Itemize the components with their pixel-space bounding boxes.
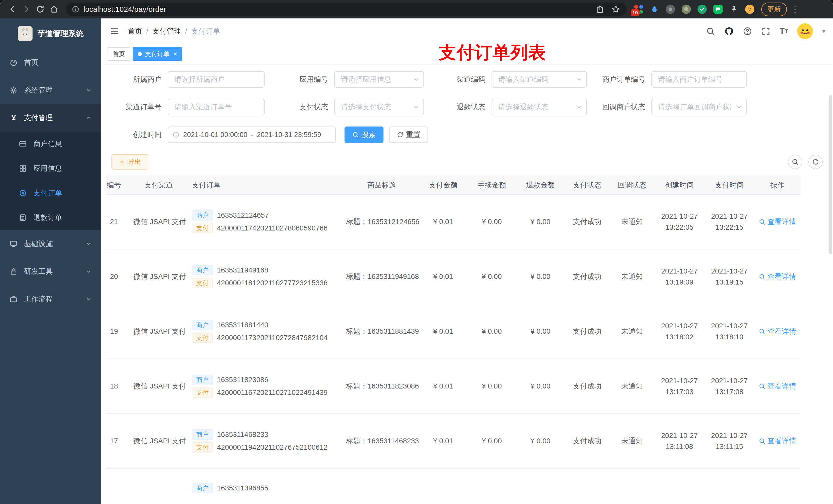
sidebar-item-payment[interactable]: ¥ 支付管理 [0, 104, 101, 131]
merchant-select[interactable] [168, 71, 265, 88]
chrome-update-button[interactable]: 更新 [761, 3, 787, 16]
view-detail-link[interactable]: 查看详情 [759, 436, 796, 446]
extension-gray-icon[interactable] [681, 4, 691, 14]
tab-home[interactable]: 首页 [108, 47, 130, 61]
search-button[interactable]: 搜索 [344, 126, 383, 143]
sidebar-item-infra[interactable]: 基础设施 [0, 230, 101, 258]
site-info-icon[interactable] [72, 5, 79, 13]
view-detail-link[interactable]: 查看详情 [759, 381, 796, 391]
card-icon [19, 140, 27, 148]
sidebar-item-pay-order[interactable]: 支付订单 [0, 181, 101, 206]
hamburger-icon[interactable] [109, 26, 120, 37]
sidebar-item-workflow[interactable]: 工作流程 [0, 285, 101, 313]
app-logo[interactable]: 芋道管理系统 [0, 19, 101, 49]
url-bar[interactable]: localhost:1024/pay/order [66, 3, 626, 16]
pay-channel: 微信 JSAPI 支付 [132, 414, 186, 469]
back-button[interactable] [6, 2, 20, 16]
pay-amount: ¥ 0.01 [419, 359, 468, 414]
bookmark-star-icon[interactable] [611, 5, 620, 14]
chrome-menu-icon[interactable]: ⋮ [791, 4, 799, 14]
extension-chat-icon[interactable] [713, 4, 723, 14]
extension-dark-icon[interactable] [665, 4, 675, 14]
product-title: 标题：1635311949168 [344, 249, 419, 304]
extension-colorful-icon[interactable]: 10 [634, 4, 643, 14]
merchant-tag: 商户 [192, 375, 213, 385]
sidebar-item-merchant-info[interactable]: 商户信息 [0, 131, 101, 156]
sidebar-item-home[interactable]: 首页 [0, 49, 101, 76]
table-row: 商户1635311396855 [106, 469, 801, 504]
extension-check-icon[interactable] [697, 4, 707, 14]
date-end: 2021-10-31 23:59:59 [257, 131, 321, 139]
product-title: 标题：1635311881439 [344, 304, 419, 359]
extension-drop-icon[interactable] [649, 4, 659, 14]
order-id: 17 [106, 414, 132, 469]
table-row: 21 微信 JSAPI 支付 商户1635312124657 支付4200001… [106, 194, 801, 249]
caret-down-icon[interactable]: ▾ [822, 28, 825, 35]
pay-status-select[interactable] [334, 99, 424, 115]
pay-tag: 支付 [192, 442, 213, 453]
refresh-table-button[interactable] [808, 155, 823, 169]
pay-channel: 微信 JSAPI 支付 [132, 249, 186, 304]
view-detail-link[interactable]: 查看详情 [759, 327, 796, 336]
pay-channel: 微信 JSAPI 支付 [132, 194, 186, 249]
fullscreen-icon[interactable] [761, 27, 770, 36]
close-icon[interactable]: × [173, 50, 177, 57]
profile-avatar-icon[interactable] [745, 4, 755, 14]
share-icon[interactable] [595, 5, 604, 14]
export-button[interactable]: 导出 [112, 154, 148, 170]
filter-label-pay-status: 支付状态 [265, 102, 334, 112]
pay-order-no: 4200001194202110276752100612 [217, 443, 328, 452]
channel-order-no-input[interactable] [168, 99, 265, 115]
merchant-tag: 商户 [192, 430, 213, 440]
order-id: 20 [106, 249, 132, 304]
refund-amount: ¥ 0.00 [516, 194, 565, 249]
channel-code-select[interactable] [492, 71, 587, 88]
order-id: 18 [106, 359, 132, 414]
pay-tag: 支付 [192, 333, 213, 343]
refresh-button[interactable] [33, 2, 47, 16]
create-time: 2021-10-2713:18:02 [654, 304, 705, 359]
filter-label-channel-code: 渠道编码 [424, 74, 492, 84]
refund-status-select[interactable] [492, 99, 587, 115]
app-title: 芋道管理系统 [38, 28, 84, 39]
merchant-order-no: 1635311396855 [217, 484, 268, 492]
sidebar-item-app-info[interactable]: 应用信息 [0, 156, 101, 181]
breadcrumb-home[interactable]: 首页 [128, 26, 142, 36]
merchant-order-no: 1635311823086 [217, 376, 268, 384]
notify-status: 未通知 [610, 414, 654, 469]
sidebar-item-refund-order[interactable]: 退款订单 [0, 206, 101, 230]
date-start: 2021-10-01 00:00:00 [183, 131, 247, 139]
sidebar: 芋道管理系统 首页 系统管理 ¥ 支付管理 [0, 19, 101, 504]
user-avatar[interactable] [797, 23, 813, 39]
table-row: 20 微信 JSAPI 支付 商户1635311949168 支付4200001… [106, 249, 801, 304]
chevron-down-icon [85, 296, 92, 303]
browser-chrome: localhost:1024/pay/order 10 [0, 0, 833, 19]
breadcrumb-payment[interactable]: 支付管理 [152, 26, 181, 36]
order-id: 19 [106, 304, 132, 359]
notify-status: 未通知 [610, 194, 654, 249]
sidebar-item-system[interactable]: 系统管理 [0, 76, 101, 104]
pin-icon[interactable] [729, 4, 739, 14]
notify-status-select[interactable] [651, 99, 747, 115]
fee-amount: ¥ 0.00 [468, 194, 516, 249]
view-detail-link[interactable]: 查看详情 [759, 272, 796, 282]
merchant-order-no-input[interactable] [651, 71, 747, 88]
sidebar-item-devtool[interactable]: 研发工具 [0, 258, 101, 285]
tab-pay-order[interactable]: 支付订单 × [133, 47, 182, 61]
reset-button[interactable]: 重置 [389, 126, 428, 143]
pay-tag: 支付 [192, 278, 213, 288]
create-time-range-picker[interactable]: 2021-10-01 00:00:00 - 2021-10-31 23:59:5… [168, 126, 336, 143]
font-size-icon[interactable]: TT [780, 26, 788, 36]
app-select[interactable] [334, 71, 424, 88]
home-button[interactable] [47, 2, 61, 16]
forward-button[interactable] [20, 2, 33, 16]
help-icon[interactable] [743, 27, 752, 36]
github-icon[interactable] [724, 27, 734, 36]
view-detail-link[interactable]: 查看详情 [759, 217, 796, 226]
pay-channel: 微信 JSAPI 支付 [132, 359, 186, 414]
page-scrollbar-thumb[interactable] [829, 95, 832, 254]
search-icon[interactable] [706, 27, 715, 36]
active-dot [138, 52, 142, 56]
filter-label-refund-status: 退款状态 [424, 102, 492, 112]
toggle-search-button[interactable] [788, 155, 802, 169]
